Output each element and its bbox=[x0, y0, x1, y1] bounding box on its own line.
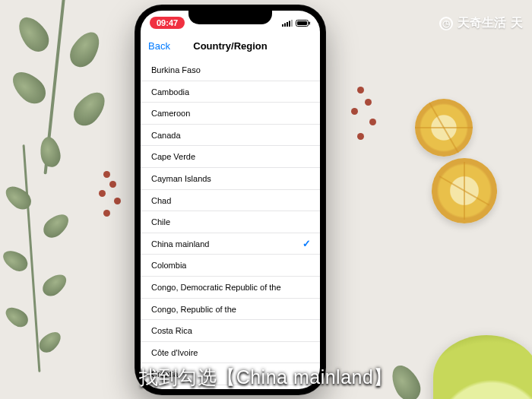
country-label: Cape Verde bbox=[151, 146, 195, 167]
country-label: Cayman Islands bbox=[151, 168, 211, 189]
phone-notch bbox=[188, 11, 272, 24]
country-label: Costa Rica bbox=[151, 320, 192, 341]
country-row[interactable]: Chad✓ bbox=[141, 190, 320, 212]
status-time: 09:47 bbox=[150, 17, 185, 29]
watermark-text: 天奇生活 bbox=[458, 15, 506, 31]
country-label: Cambodia bbox=[151, 81, 189, 103]
phone-screen: 09:47 Back Country/Region Burkina Faso✓C… bbox=[141, 11, 320, 389]
video-caption: 找到勾选【China mainland】 bbox=[0, 365, 532, 390]
signal-icon bbox=[282, 20, 293, 27]
svg-rect-2 bbox=[287, 22, 288, 27]
country-row[interactable]: Canada✓ bbox=[141, 125, 320, 147]
country-row[interactable]: Cambodia✓ bbox=[141, 81, 320, 103]
nav-bar: Back Country/Region bbox=[141, 32, 320, 59]
country-label: Congo, Republic of the bbox=[151, 299, 236, 320]
watermark-suffix: 天 bbox=[511, 15, 523, 31]
country-row[interactable]: Cameroon✓ bbox=[141, 103, 320, 125]
watermark: ◷ 天奇生活 天 bbox=[439, 15, 523, 31]
country-label: Chad bbox=[151, 190, 171, 211]
country-label: Burkina Faso bbox=[151, 59, 201, 81]
battery-icon bbox=[296, 20, 311, 27]
country-label: Cameroon bbox=[151, 103, 190, 124]
svg-rect-1 bbox=[284, 23, 286, 27]
country-row[interactable]: Chile✓ bbox=[141, 211, 320, 233]
svg-rect-4 bbox=[291, 20, 293, 27]
country-label: Congo, Democratic Republic of the bbox=[151, 277, 281, 298]
country-row[interactable]: Cape Verde✓ bbox=[141, 146, 320, 168]
phone-frame: 09:47 Back Country/Region Burkina Faso✓C… bbox=[135, 5, 326, 395]
country-label: Colombia bbox=[151, 255, 186, 276]
svg-rect-7 bbox=[309, 21, 311, 24]
country-label: Chile bbox=[151, 211, 170, 233]
country-row[interactable]: Cayman Islands✓ bbox=[141, 168, 320, 190]
svg-rect-0 bbox=[282, 24, 283, 27]
country-row[interactable]: Colombia✓ bbox=[141, 255, 320, 277]
country-label: Côte d'Ivoire bbox=[151, 342, 198, 363]
watermark-icon: ◷ bbox=[439, 17, 453, 30]
country-label: China mainland bbox=[151, 233, 209, 255]
checkmark-icon: ✓ bbox=[302, 238, 311, 249]
country-row[interactable]: Congo, Democratic Republic of the✓ bbox=[141, 277, 320, 299]
country-list[interactable]: Burkina Faso✓Cambodia✓Cameroon✓Canada✓Ca… bbox=[141, 59, 320, 389]
back-button[interactable]: Back bbox=[148, 40, 170, 52]
country-label: Canada bbox=[151, 125, 181, 146]
country-row[interactable]: Burkina Faso✓ bbox=[141, 59, 320, 81]
country-row[interactable]: Côte d'Ivoire✓ bbox=[141, 342, 320, 364]
country-row[interactable]: Congo, Republic of the✓ bbox=[141, 299, 320, 321]
svg-rect-6 bbox=[297, 21, 307, 25]
country-row[interactable]: China mainland✓ bbox=[141, 233, 320, 255]
country-row[interactable]: Costa Rica✓ bbox=[141, 320, 320, 342]
svg-rect-3 bbox=[289, 21, 290, 27]
